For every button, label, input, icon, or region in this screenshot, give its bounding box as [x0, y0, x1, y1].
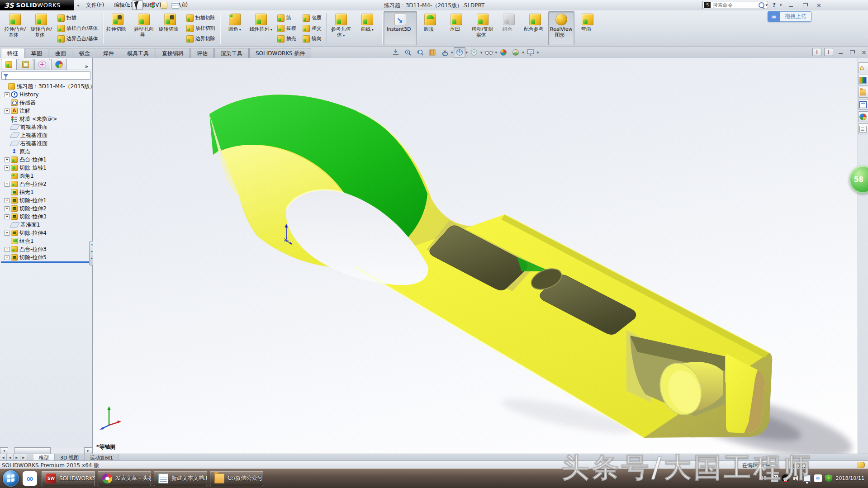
expand-icon[interactable]: + [5, 198, 9, 203]
ribbon-small-button[interactable]: 边界切除 [184, 33, 218, 44]
feature-manager-tab[interactable] [1, 59, 17, 70]
next-tab-icon[interactable]: ▶ [14, 454, 20, 461]
display-manager-tab[interactable] [51, 59, 67, 70]
security-shield-icon[interactable] [825, 474, 833, 482]
ribbon-small-button[interactable]: 拔模 [275, 23, 299, 33]
tree-root-item[interactable]: 练习题：3D11-M4-（2015版） [1, 82, 91, 90]
tree-filter-box[interactable] [1, 71, 90, 80]
start-button[interactable] [3, 470, 19, 487]
ribbon-button[interactable]: 拉伸切除▾ [104, 11, 131, 45]
menu-item[interactable]: 文件(F) [82, 1, 108, 9]
tree-item[interactable]: + 凸台-拉伸1 [1, 156, 91, 164]
expand-icon[interactable]: + [5, 247, 9, 252]
solidworks-resources-tab[interactable]: ⌂ [858, 62, 868, 73]
zoom-to-area-button[interactable] [402, 47, 414, 57]
ribbon-small-button[interactable]: 抽壳 [275, 33, 299, 44]
menu-collapse-icon[interactable]: ◂ [77, 3, 79, 8]
tree-item[interactable]: + 切除-拉伸5 [1, 253, 91, 261]
file-explorer-tab[interactable] [858, 87, 868, 98]
netdisk-tray-icon[interactable] [814, 474, 822, 482]
last-tab-icon[interactable]: ▶ [20, 454, 27, 461]
ribbon-small-button[interactable]: 扫描 [55, 13, 100, 23]
ribbon-button[interactable]: 参考几何体▾ [328, 11, 354, 45]
expand-icon[interactable]: + [5, 206, 9, 211]
command-tab[interactable]: 评估 [190, 48, 214, 58]
search-box[interactable]: S ▾ [702, 1, 768, 9]
scroll-right-icon[interactable]: ▸ [84, 447, 92, 454]
scrollbar-thumb[interactable] [14, 447, 51, 454]
tree-item[interactable]: + 抽壳1 [1, 188, 91, 196]
search-icon[interactable] [759, 2, 764, 8]
tree-item[interactable]: + 切除-旋转1 [1, 164, 91, 172]
ribbon-button[interactable]: 圆顶▾ [417, 11, 443, 45]
tree-item[interactable]: + 原点 [1, 147, 91, 156]
panel-horizontal-scrollbar[interactable]: ◂ ▸ [0, 447, 92, 454]
select-caret-icon[interactable]: ▾ [144, 3, 147, 8]
hide-show-caret-icon[interactable]: ▾ [495, 50, 498, 55]
ribbon-button[interactable]: 配合参考▾ [522, 11, 548, 45]
tree-item[interactable]: + 前视基准面 [1, 123, 91, 131]
graphics-area[interactable]: *等轴测 [93, 58, 858, 454]
tree-item[interactable]: + 切除-拉伸2 [1, 204, 91, 213]
section-view-button[interactable] [427, 47, 438, 57]
expand-icon[interactable]: + [5, 109, 9, 114]
traffic-light-button[interactable] [148, 1, 158, 9]
view-settings-caret-icon[interactable]: ▾ [537, 50, 539, 55]
apply-scene-button[interactable] [510, 47, 522, 57]
close-button[interactable]: × [814, 2, 824, 9]
doc-close-button[interactable]: × [859, 48, 868, 56]
help-caret-icon[interactable]: ▾ [780, 3, 782, 7]
ribbon-button[interactable]: 曲线▾ [354, 11, 380, 45]
taskbar-item[interactable]: 新建文本文档.txt ... [154, 471, 207, 486]
design-library-tab[interactable] [858, 75, 868, 85]
ribbon-small-button[interactable]: 相交 [300, 23, 324, 33]
model-3d[interactable] [93, 58, 858, 454]
expand-icon[interactable]: + [5, 255, 9, 260]
command-tab[interactable]: 直接编辑 [156, 48, 190, 58]
ribbon-button[interactable]: 组合▾ [496, 11, 522, 45]
ribbon-button[interactable]: 圆角▾ [222, 11, 248, 45]
display-style-button[interactable] [468, 47, 480, 57]
ribbon-small-button[interactable]: 扫描切除 [184, 13, 218, 23]
configuration-manager-tab[interactable] [34, 59, 50, 70]
view-palette-tab[interactable] [858, 99, 868, 110]
expand-icon[interactable]: + [5, 166, 9, 171]
restore-button[interactable] [800, 2, 810, 9]
command-tab[interactable]: 钣金 [73, 48, 96, 58]
tree-item[interactable]: + 上视基准面 [1, 131, 91, 139]
tag-icon[interactable] [858, 462, 865, 468]
taskbar-item[interactable]: SOLIDWORKS P... [42, 471, 95, 486]
minimize-button[interactable] [786, 2, 796, 9]
keyboard-icon[interactable] [771, 474, 778, 482]
panel-expand-icon[interactable]: » [85, 63, 88, 70]
select-tool-button[interactable] [132, 0, 143, 10]
expand-icon[interactable]: + [5, 182, 9, 187]
ribbon-small-button[interactable]: 包覆 [300, 13, 324, 23]
ribbon-button[interactable]: 移动/复制实体▾ [470, 11, 496, 45]
tree-item[interactable]: + History [1, 90, 91, 99]
tray-date[interactable]: 2018/10/11 [836, 475, 864, 481]
tree-item[interactable]: + 切除-拉伸4 [1, 229, 91, 237]
taskbar-item[interactable]: G:\微信公众号\2... [210, 471, 263, 486]
document-tab[interactable]: 运动算例1 [85, 454, 119, 461]
note-button[interactable] [159, 1, 169, 9]
prev-tab-icon[interactable]: ◀ [7, 454, 14, 461]
input-method-icon[interactable]: H [760, 474, 768, 482]
document-tab[interactable]: 模型 [33, 454, 55, 461]
help-button[interactable]: ? [773, 2, 776, 8]
command-tab[interactable]: 特征 [1, 48, 24, 58]
qq-icon[interactable] [782, 474, 789, 482]
ribbon-small-button[interactable]: 镜向 [300, 33, 324, 44]
ribbon-button[interactable]: 异型孔向导▾ [131, 11, 157, 45]
expand-icon[interactable]: + [5, 214, 9, 219]
qat-caret-icon[interactable]: ▾ [182, 3, 184, 8]
tree-item[interactable]: + 圆角1 [1, 172, 91, 180]
view-settings-button[interactable] [525, 47, 536, 57]
first-tab-icon[interactable]: ◀ [0, 454, 7, 461]
ribbon-button[interactable]: 弯曲▾ [574, 11, 601, 45]
zoom-to-fit-button[interactable] [390, 47, 402, 57]
toggle-right-pane-button[interactable]: ❙ [824, 48, 833, 56]
doc-minimize-button[interactable] [836, 48, 845, 56]
search-caret-icon[interactable]: ▾ [765, 3, 768, 7]
command-tab[interactable]: 焊件 [97, 48, 120, 58]
